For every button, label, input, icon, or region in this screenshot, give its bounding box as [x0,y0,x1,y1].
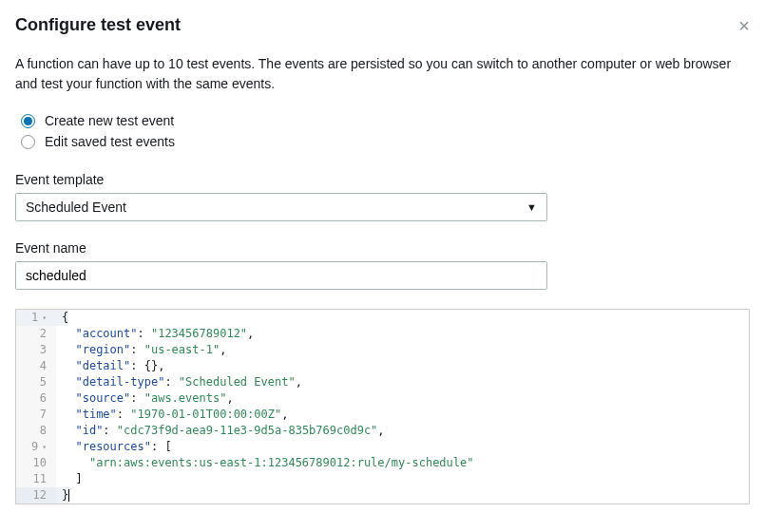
code-content[interactable]: ] [56,471,83,487]
select-value: Scheduled Event [26,200,126,215]
editor-line[interactable]: 10 "arn:aws:events:us-east-1:12345678901… [16,455,749,471]
radio-label: Edit saved test events [45,134,175,149]
editor-line[interactable]: 5 "detail-type": "Scheduled Event", [16,374,749,390]
mode-radio-group: Create new test event Edit saved test ev… [21,113,750,149]
close-icon[interactable]: × [738,16,750,35]
code-content[interactable]: "account": "123456789012", [56,326,254,342]
event-template-select[interactable]: Scheduled Event ▼ [15,193,547,221]
editor-line[interactable]: 2 "account": "123456789012", [16,326,749,342]
radio-icon [21,114,35,128]
code-content[interactable]: "time": "1970-01-01T00:00:00Z", [56,407,288,423]
line-number: 4 [16,358,56,374]
editor-line[interactable]: 3 "region": "us-east-1", [16,342,749,358]
code-content[interactable]: } [56,487,69,504]
radio-create-new[interactable]: Create new test event [21,113,750,128]
editor-line[interactable]: 11 ] [16,471,749,487]
editor-line[interactable]: 1▾{ [16,310,749,326]
code-content[interactable]: "detail-type": "Scheduled Event", [56,374,302,390]
line-number: 1▾ [16,310,56,326]
fold-icon[interactable]: ▾ [42,310,47,326]
line-number: 3 [16,342,56,358]
event-name-field: Event name [15,240,750,290]
dialog-title: Configure test event [15,15,181,35]
line-number: 5 [16,374,56,390]
editor-line[interactable]: 4 "detail": {}, [16,358,749,374]
line-number: 12 [16,487,56,504]
code-content[interactable]: "region": "us-east-1", [56,342,226,358]
line-number: 6 [16,390,56,407]
dialog-header: Configure test event × [15,0,750,43]
editor-line[interactable]: 6 "source": "aws.events", [16,390,749,407]
chevron-down-icon: ▼ [526,201,537,213]
radio-label: Create new test event [45,113,174,128]
line-number: 9▾ [16,439,56,455]
text-cursor [68,489,69,502]
editor-line[interactable]: 7 "time": "1970-01-01T00:00:00Z", [16,407,749,423]
radio-edit-saved[interactable]: Edit saved test events [21,134,750,149]
fold-icon[interactable]: ▾ [42,439,47,455]
line-number: 2 [16,326,56,342]
line-number: 11 [16,471,56,487]
code-content[interactable]: "id": "cdc73f9d-aea9-11e3-9d5a-835b769c0… [56,423,385,439]
event-template-field: Event template Scheduled Event ▼ [15,172,750,221]
code-content[interactable]: "source": "aws.events", [56,390,234,407]
json-code-editor[interactable]: 1▾{2 "account": "123456789012",3 "region… [15,309,750,504]
line-number: 8 [16,423,56,439]
dialog-description: A function can have up to 10 test events… [15,54,750,94]
field-label: Event template [15,172,750,187]
code-content[interactable]: { [56,310,68,326]
editor-line[interactable]: 9▾ "resources": [ [16,439,749,455]
editor-line[interactable]: 12} [16,487,749,504]
line-number: 7 [16,407,56,423]
code-content[interactable]: "arn:aws:events:us-east-1:123456789012:r… [56,455,473,471]
code-content[interactable]: "detail": {}, [56,358,164,374]
configure-test-event-dialog: Configure test event × A function can ha… [0,0,765,520]
line-number: 10 [16,455,56,471]
code-content[interactable]: "resources": [ [56,439,172,455]
editor-line[interactable]: 8 "id": "cdc73f9d-aea9-11e3-9d5a-835b769… [16,423,749,439]
event-name-input[interactable] [15,261,547,290]
radio-icon [21,135,35,149]
field-label: Event name [15,240,750,256]
